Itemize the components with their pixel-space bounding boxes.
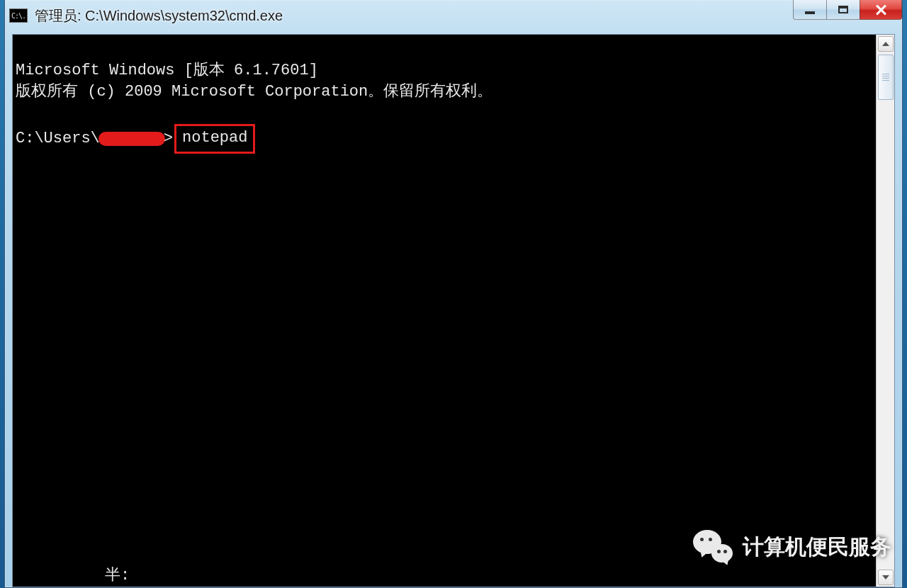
- maximize-button[interactable]: [826, 0, 860, 20]
- cmd-app-icon-label: C:\.: [11, 12, 26, 20]
- prompt-suffix: >: [164, 128, 173, 149]
- command-text: notepad: [182, 129, 247, 147]
- console-prompt-line: C:\Users\>notepad: [16, 124, 873, 154]
- client-area: Microsoft Windows [版本 6.1.7601] 版权所有 (c)…: [12, 34, 895, 587]
- close-icon: [875, 4, 886, 16]
- redacted-username: [98, 132, 165, 146]
- window-title: 管理员: C:\Windows\system32\cmd.exe: [35, 6, 283, 26]
- close-button[interactable]: [860, 0, 902, 20]
- command-highlight: notepad: [174, 124, 255, 154]
- minimize-icon: [805, 11, 815, 14]
- scroll-down-button[interactable]: [878, 570, 894, 585]
- minimize-button[interactable]: [793, 0, 827, 20]
- window-frame: C:\. 管理员: C:\Windows\system32\cmd.exe Mi…: [4, 0, 903, 588]
- maximize-icon: [838, 6, 848, 13]
- chevron-down-icon: [882, 575, 889, 579]
- console-line-version: Microsoft Windows [版本 6.1.7601]: [16, 62, 318, 79]
- scroll-thumb[interactable]: [878, 55, 894, 100]
- ime-status: 半:: [105, 565, 130, 587]
- console-line-copyright: 版权所有 (c) 2009 Microsoft Corporation。保留所有…: [16, 83, 492, 101]
- chevron-up-icon: [882, 42, 889, 46]
- cmd-app-icon: C:\.: [9, 9, 28, 23]
- scroll-up-button[interactable]: [878, 36, 894, 52]
- vertical-scrollbar[interactable]: [876, 35, 894, 587]
- console-output[interactable]: Microsoft Windows [版本 6.1.7601] 版权所有 (c)…: [13, 35, 876, 587]
- titlebar[interactable]: C:\. 管理员: C:\Windows\system32\cmd.exe: [5, 0, 902, 31]
- prompt-prefix: C:\Users\: [16, 128, 100, 149]
- window-controls: [794, 0, 902, 21]
